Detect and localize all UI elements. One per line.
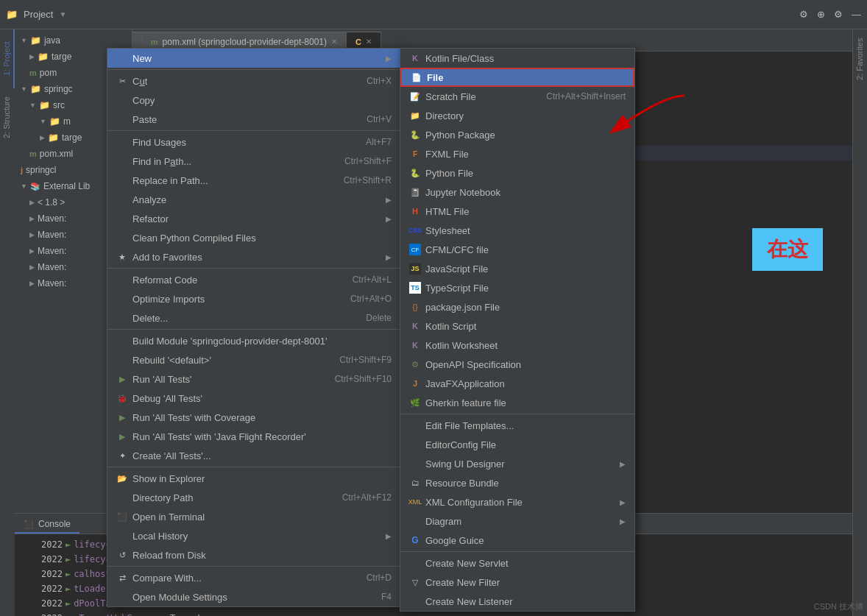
menu-label-copy: Copy (132, 95, 155, 106)
menu-label-typescript: TypeScript File (425, 283, 489, 294)
menu-item-new-filter[interactable]: ▽ Create New Filter (400, 573, 634, 592)
expand-arrow12: ▶ (29, 263, 35, 271)
menu-label-local-history: Local History (132, 531, 188, 542)
tree-label-src: src (53, 100, 65, 110)
menu-label-google-guice: Google Guice (425, 535, 484, 546)
menu-item-scratch[interactable]: 📝 Scratch File Ctrl+Alt+Shift+Insert (400, 87, 634, 106)
arrow-6: ► (66, 611, 71, 616)
menu-item-new-listener[interactable]: Create New Listener (400, 592, 634, 611)
menu-item-jupyter[interactable]: 📓 Jupyter Notebook (400, 183, 634, 202)
ts-icon: TS (409, 282, 421, 294)
menu-item-find-in-path[interactable]: Find in Path... Ctrl+Shift+F (107, 152, 400, 171)
menu-item-cfml[interactable]: CF CFML/CFC file (400, 240, 634, 259)
menu-item-package-json[interactable]: {} package.json File (400, 297, 634, 316)
menu-item-kotlin-script[interactable]: K Kotlin Script (400, 316, 634, 336)
settings-icon[interactable]: ⚙ (799, 9, 808, 20)
menu-item-javafx[interactable]: J JavaFXApplication (400, 374, 634, 393)
menu-item-run-tests[interactable]: ▶ Run 'All Tests' Ctrl+Shift+F10 (107, 369, 400, 389)
menu-item-diagram[interactable]: Diagram ▶ (400, 511, 634, 531)
menu-item-optimize[interactable]: Optimize Imports Ctrl+Alt+O (107, 289, 400, 308)
menu-item-gherkin[interactable]: 🌿 Gherkin feature file (400, 393, 634, 412)
dropdown-icon[interactable]: ▼ (59, 10, 66, 18)
kotlin-script-icon: K (409, 320, 421, 332)
arrow-3: ► (66, 567, 71, 581)
vtab-project[interactable]: 1: Project (0, 29, 15, 88)
menu-item-file[interactable]: 📄 File (400, 68, 634, 87)
dir-path-shortcut: Ctrl+Alt+F12 (342, 492, 392, 503)
key-6: .TomcatWebServer (74, 611, 159, 616)
menu-item-dir-path[interactable]: Directory Path Ctrl+Alt+F12 (107, 488, 400, 507)
menu-label-show-explorer: Show in Explorer (132, 473, 205, 484)
minimize-icon[interactable]: — (852, 9, 861, 20)
menu-item-python-package[interactable]: 🐍 Python Package (400, 125, 634, 144)
menu-item-reload-disk[interactable]: ↺ Reload from Disk (107, 545, 400, 564)
menu-item-cut[interactable]: ✂ Cut Ctrl+X (107, 71, 400, 91)
terminal-icon: ⬛ (116, 511, 128, 523)
menu-item-openapi[interactable]: ⚙ OpenAPI Specification (400, 355, 634, 374)
menu-item-rebuild[interactable]: Rebuild '<default>' Ctrl+Shift+F9 (107, 350, 400, 369)
menu-item-analyze[interactable]: Analyze ▶ (107, 190, 400, 209)
menu-item-find-usages[interactable]: Find Usages Alt+F7 (107, 132, 400, 152)
menu-item-refactor[interactable]: Refactor ▶ (107, 209, 400, 228)
console-tab[interactable]: ⬛ Console (15, 516, 79, 534)
menu-item-kotlin-worksheet[interactable]: K Kotlin Worksheet (400, 336, 634, 355)
menu-item-module-settings[interactable]: Open Module Settings F4 (107, 587, 400, 606)
menu-item-compare[interactable]: ⇄ Compare With... Ctrl+D (107, 568, 400, 587)
menu-item-python-file[interactable]: 🐍 Python File (400, 163, 634, 183)
favorites-icon: ★ (116, 251, 128, 263)
menu-item-open-terminal[interactable]: ⬛ Open in Terminal (107, 507, 400, 526)
find-path-icon (116, 155, 128, 167)
rebuild-icon (116, 354, 128, 366)
menu-item-swing-designer[interactable]: Swing UI Designer ▶ (400, 454, 634, 473)
menu-item-copy[interactable]: Copy (107, 91, 400, 110)
menu-item-paste[interactable]: Paste Ctrl+V (107, 110, 400, 129)
menu-item-fxml[interactable]: F FXML File (400, 144, 634, 163)
menu-item-html[interactable]: H HTML File (400, 202, 634, 221)
optimize-icon (116, 293, 128, 305)
menu-item-new-servlet[interactable]: Create New Servlet (400, 553, 634, 573)
tab-close-c[interactable]: ✕ (366, 38, 372, 46)
menu-item-run-jfr[interactable]: ▶ Run 'All Tests' with 'Java Flight Reco… (107, 427, 400, 446)
vtab-favorites[interactable]: 2: Favorites (853, 29, 866, 88)
menu-item-replace-path[interactable]: Replace in Path... Ctrl+Shift+R (107, 171, 400, 190)
edit-templates-icon (409, 419, 421, 431)
tree-item-java[interactable]: ▼ 📁 java (15, 32, 132, 49)
expand-arrow: ▼ (21, 37, 27, 44)
menu-item-delete[interactable]: Delete... Delete (107, 308, 400, 328)
menu-item-javascript[interactable]: JS JavaScript File (400, 259, 634, 278)
fxml-icon: F (409, 148, 421, 160)
file-icon: 📄 (411, 71, 422, 83)
optimize-shortcut: Ctrl+Alt+O (350, 294, 392, 304)
menu-item-reformat[interactable]: Reformat Code Ctrl+Alt+L (107, 270, 400, 289)
tab-close-pom-dept[interactable]: ✕ (331, 38, 337, 46)
menu-item-add-favorites[interactable]: ★ Add to Favorites ▶ (107, 247, 400, 266)
right-panel-tabs: 2: Favorites (852, 29, 867, 616)
menu-item-kotlin-class[interactable]: K Kotlin File/Class (400, 49, 634, 68)
menu-item-resource-bundle[interactable]: 🗂 Resource Bundle (400, 473, 634, 492)
servlet-icon (409, 557, 421, 569)
menu-item-run-coverage[interactable]: ▶ Run 'All Tests' with Coverage (107, 408, 400, 427)
menu-item-new[interactable]: New ▶ (107, 49, 400, 68)
add-icon[interactable]: ⊕ (817, 9, 825, 20)
editorconfig-icon (409, 439, 421, 450)
menu-item-debug-tests[interactable]: 🐞 Debug 'All Tests' (107, 389, 400, 408)
submenu-arrow-fav: ▶ (386, 253, 392, 261)
menu-item-xml-config[interactable]: XML XML Configuration File ▶ (400, 492, 634, 511)
menu-label-rebuild: Rebuild '<default>' (132, 355, 211, 366)
menu-item-typescript[interactable]: TS TypeScript File (400, 278, 634, 297)
menu-item-show-explorer[interactable]: 📂 Show in Explorer (107, 469, 400, 488)
reload-icon: ↺ (116, 549, 128, 561)
menu-item-directory[interactable]: 📁 Directory (400, 106, 634, 125)
menu-item-create-tests[interactable]: ✦ Create 'All Tests'... (107, 446, 400, 465)
vtab-structure[interactable]: 2: Structure (0, 88, 13, 147)
menu-item-google-guice[interactable]: G Google Guice (400, 531, 634, 550)
menu-item-edit-templates[interactable]: Edit File Templates... (400, 416, 634, 435)
gear-icon[interactable]: ⚙ (834, 9, 843, 20)
menu-item-stylesheet[interactable]: CSS Stylesheet (400, 221, 634, 240)
menu-item-local-history[interactable]: Local History ▶ (107, 526, 400, 545)
menu-item-build[interactable]: Build Module 'springcloud-provider-dept-… (107, 331, 400, 350)
menu-item-clean-python[interactable]: Clean Python Compiled Files (107, 228, 400, 247)
menu-item-editorconfig[interactable]: EditorConfig File (400, 435, 634, 454)
copy-icon (116, 94, 128, 106)
menu-label-run-tests: Run 'All Tests' (132, 374, 192, 385)
